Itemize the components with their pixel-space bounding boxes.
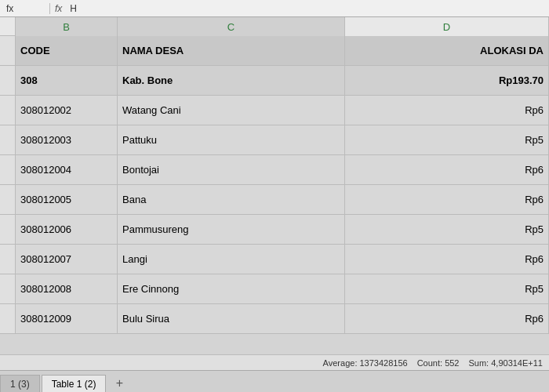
- table-row[interactable]: 308012007LangiRp6: [0, 245, 549, 274]
- row-num: [0, 274, 16, 303]
- table-header-row: CODE NAMA DESA ALOKASI DA: [0, 36, 549, 66]
- status-stats: Average: 1373428156 Count: 552 Sum: 4,90…: [323, 358, 543, 368]
- cell-b[interactable]: 308012006: [16, 215, 118, 244]
- cell-b[interactable]: 308012007: [16, 245, 118, 274]
- cell-d[interactable]: Rp5: [345, 125, 549, 154]
- sheet-tabs-bar: 1 (3)Table 1 (2) +: [0, 370, 549, 392]
- cell-d[interactable]: Rp6: [345, 245, 549, 274]
- cell-d[interactable]: Rp5: [345, 215, 549, 244]
- formula-bar: fx fx H: [0, 0, 549, 17]
- sheet-tabs-container: 1 (3)Table 1 (2): [0, 375, 107, 392]
- cell-b[interactable]: 308012004: [16, 155, 118, 184]
- average-stat: Average: 1373428156: [323, 358, 408, 368]
- cell-d[interactable]: Rp6: [345, 155, 549, 184]
- col-header-d[interactable]: D: [345, 17, 549, 36]
- row-num-header: [0, 17, 16, 35]
- table-row[interactable]: 308012005BanaRp6: [0, 185, 549, 215]
- table-row[interactable]: 308012006PammusurengRp5: [0, 215, 549, 245]
- cell-c[interactable]: Bana: [118, 185, 345, 214]
- row-num: [0, 96, 16, 125]
- row-num: [0, 155, 16, 184]
- header-cell-b[interactable]: CODE: [16, 36, 118, 65]
- cell-c[interactable]: Pammusureng: [118, 215, 345, 244]
- header-cell-c[interactable]: NAMA DESA: [118, 36, 345, 65]
- cell-c[interactable]: Bontojai: [118, 155, 345, 184]
- cell-b[interactable]: 308012009: [16, 304, 118, 333]
- col-header-c[interactable]: C: [118, 17, 345, 36]
- row-num: [0, 215, 16, 244]
- cell-d[interactable]: Rp5: [345, 274, 549, 303]
- cell-d[interactable]: Rp193.70: [345, 66, 549, 95]
- col-header-b[interactable]: B: [16, 17, 118, 36]
- table-row[interactable]: 308012009Bulu SiruaRp6: [0, 304, 549, 334]
- table-row[interactable]: 308012003PattukuRp5: [0, 125, 549, 155]
- sheet-tab-0[interactable]: 1 (3): [0, 375, 40, 392]
- table-row[interactable]: 308012004BontojaiRp6: [0, 155, 549, 185]
- row-num: [0, 125, 16, 154]
- fx-icon: fx: [50, 3, 67, 14]
- cell-b[interactable]: 308012002: [16, 96, 118, 125]
- cell-c[interactable]: Ere Cinnong: [118, 274, 345, 303]
- cell-b[interactable]: 308012005: [16, 185, 118, 214]
- cell-reference: fx: [3, 3, 50, 14]
- cell-b[interactable]: 308012003: [16, 125, 118, 154]
- add-sheet-button[interactable]: +: [111, 375, 128, 392]
- table-rows: 308Kab. BoneRp193.70308012002Watang Cani…: [0, 66, 549, 334]
- row-num: [0, 36, 16, 65]
- row-num: [0, 185, 16, 214]
- row-num: [0, 245, 16, 274]
- cell-b[interactable]: 308: [16, 66, 118, 95]
- cell-c[interactable]: Bulu Sirua: [118, 304, 345, 333]
- count-stat: Count: 552: [417, 358, 460, 368]
- cell-c[interactable]: Kab. Bone: [118, 66, 345, 95]
- sum-stat: Sum: 4,90314E+11: [469, 358, 544, 368]
- header-cell-d[interactable]: ALOKASI DA: [345, 36, 549, 65]
- cell-b[interactable]: 308012008: [16, 274, 118, 303]
- sheet-tab-1[interactable]: Table 1 (2): [42, 375, 107, 392]
- cell-c[interactable]: Pattuku: [118, 125, 345, 154]
- cell-d[interactable]: Rp6: [345, 185, 549, 214]
- status-bar: Average: 1373428156 Count: 552 Sum: 4,90…: [0, 354, 549, 370]
- formula-value: H: [67, 3, 80, 14]
- cell-d[interactable]: Rp6: [345, 96, 549, 125]
- cell-d[interactable]: Rp6: [345, 304, 549, 333]
- spreadsheet-main: B C D CODE NAMA DESA ALOKASI DA 308Kab. …: [0, 17, 549, 370]
- cell-c[interactable]: Langi: [118, 245, 345, 274]
- table-row[interactable]: 308Kab. BoneRp193.70: [0, 66, 549, 96]
- cell-c[interactable]: Watang Cani: [118, 96, 345, 125]
- row-num: [0, 66, 16, 95]
- table-row[interactable]: 308012002Watang CaniRp6: [0, 96, 549, 125]
- column-headers: B C D: [0, 17, 549, 36]
- table-row[interactable]: 308012008Ere CinnongRp5: [0, 274, 549, 304]
- row-num: [0, 304, 16, 333]
